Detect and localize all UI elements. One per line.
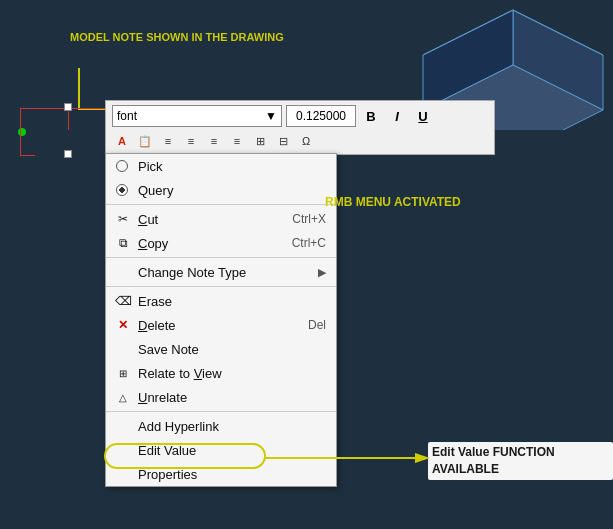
separator-3 (106, 286, 336, 287)
dropdown-arrow-icon: ▼ (265, 109, 277, 123)
copy-icon: ⧉ (114, 234, 132, 252)
menu-copy-label: C (138, 236, 147, 251)
node-dot-2 (64, 150, 72, 158)
italic-button[interactable]: I (386, 105, 408, 127)
menu-cut-label2: ut (147, 212, 158, 227)
model-note-annotation: MODEL NOTE SHOWN IN THE DRAWING (70, 30, 284, 45)
annotation-arrow-vertical (78, 68, 80, 108)
eraser-icon: ⌫ (114, 292, 132, 310)
font-value: font (117, 109, 137, 123)
menu-copy-label2: opy (147, 236, 168, 251)
menu-item-save-note[interactable]: Save Note (106, 337, 336, 361)
menu-query-label: Query (138, 183, 173, 198)
symbol-button[interactable]: Ω (296, 131, 316, 151)
menu-change-note-type-label: Change Note Type (138, 265, 246, 280)
toolbar-row2: A 📋 ≡ ≡ ≡ ≡ ⊞ ⊟ Ω (105, 128, 495, 155)
menu-item-cut[interactable]: ✂ Cut Ctrl+X (106, 207, 336, 231)
menu-erase-label: Erase (138, 294, 172, 309)
copy-format-button[interactable]: 📋 (135, 131, 155, 151)
cad-line-right (68, 108, 69, 130)
separator-1 (106, 204, 336, 205)
align-left-button[interactable]: ≡ (158, 131, 178, 151)
menu-item-add-hyperlink[interactable]: Add Hyperlink (106, 414, 336, 438)
delete-x-icon: ✕ (114, 316, 132, 334)
menu-item-copy[interactable]: ⧉ Copy Ctrl+C (106, 231, 336, 255)
unrelate-icon: △ (114, 388, 132, 406)
align-right-button[interactable]: ≡ (204, 131, 224, 151)
menu-item-pick[interactable]: Pick (106, 154, 336, 178)
menu-add-hyperlink-label: Add Hyperlink (138, 419, 219, 434)
cut-shortcut: Ctrl+X (292, 212, 326, 226)
context-menu: Pick Query ✂ Cut Ctrl+X ⧉ Copy Ctrl+C Ch… (105, 153, 337, 487)
rmb-menu-annotation: RMB MENU ACTIVATED (325, 195, 461, 209)
align-center-button[interactable]: ≡ (181, 131, 201, 151)
menu-delete-label: Delete (138, 318, 176, 333)
menu-properties-label: Properties (138, 467, 197, 482)
font-size-input[interactable] (286, 105, 356, 127)
menu-item-delete[interactable]: ✕ Delete Del (106, 313, 336, 337)
edit-value-arrow (265, 445, 430, 475)
menu-cut-label: C (138, 212, 147, 227)
relate-icon: ⊞ (114, 364, 132, 382)
separator-2 (106, 257, 336, 258)
menu-relate-label: Relate to View (138, 366, 222, 381)
indent-button[interactable]: ⊞ (250, 131, 270, 151)
menu-pick-label: Pick (138, 159, 163, 174)
scissors-icon: ✂ (114, 210, 132, 228)
font-dropdown[interactable]: font ▼ (112, 105, 282, 127)
text-color-button[interactable]: A (112, 131, 132, 151)
menu-item-query[interactable]: Query (106, 178, 336, 202)
copy-shortcut: Ctrl+C (292, 236, 326, 250)
menu-unrelate-label: Unrelate (138, 390, 187, 405)
cad-line-bottom (20, 155, 35, 156)
menu-item-relate-to-view[interactable]: ⊞ Relate to View (106, 361, 336, 385)
menu-item-change-note-type[interactable]: Change Note Type ▶ (106, 260, 336, 284)
outdent-button[interactable]: ⊟ (273, 131, 293, 151)
node-dot-1 (64, 103, 72, 111)
svg-marker-6 (415, 453, 430, 463)
menu-save-note-label: Save Note (138, 342, 199, 357)
menu-edit-value-label: Edit Value (138, 443, 196, 458)
bold-button[interactable]: B (360, 105, 382, 127)
menu-item-erase[interactable]: ⌫ Erase (106, 289, 336, 313)
delete-shortcut: Del (308, 318, 326, 332)
align-justify-button[interactable]: ≡ (227, 131, 247, 151)
separator-4 (106, 411, 336, 412)
submenu-arrow-icon: ▶ (318, 266, 326, 279)
underline-button[interactable]: U (412, 105, 434, 127)
edit-value-annotation: Edit Value FUNCTION AVAILABLE (428, 442, 613, 480)
cad-line-left (20, 108, 21, 155)
menu-item-unrelate[interactable]: △ Unrelate (106, 385, 336, 409)
